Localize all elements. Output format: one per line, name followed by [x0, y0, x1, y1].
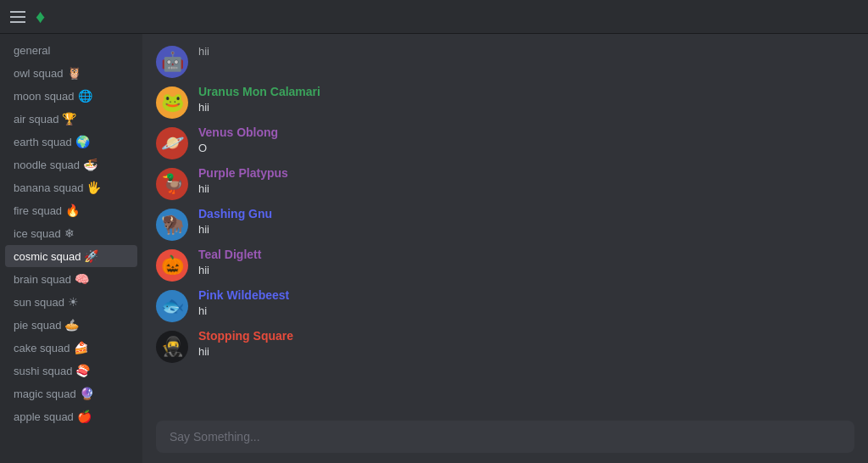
sidebar-item-label: fire squad [14, 204, 62, 217]
sidebar-item-ice-squad[interactable]: ice squad❄ [5, 222, 137, 244]
sidebar-item-air-squad[interactable]: air squad🏆 [5, 108, 137, 130]
sidebar-item-brain-squad[interactable]: brain squad🧠 [5, 268, 137, 290]
sidebar-item-label: air squad [14, 113, 58, 126]
message-author: Teal Diglett [198, 248, 261, 261]
titlebar: ♦ [0, 0, 868, 34]
sidebar-item-earth-squad[interactable]: earth squad🌍 [5, 131, 137, 153]
message-text: O [198, 141, 278, 156]
sidebar-item-emoji: 🌍 [75, 135, 90, 148]
message-row: 🤖hii [142, 41, 868, 81]
message-row: 🦬Dashing Gnuhii [142, 204, 868, 244]
sidebar-item-label: sun squad [14, 296, 64, 309]
sidebar-item-sushi-squad[interactable]: sushi squad🍣 [5, 360, 137, 382]
message-author: Purple Platypus [198, 166, 288, 180]
message-author: Uranus Mon Calamari [198, 85, 320, 98]
message-content: Teal Digletthii [198, 248, 261, 278]
sidebar-item-label: pie squad [14, 319, 61, 332]
message-text: hii [198, 263, 261, 278]
sidebar-item-banana-squad[interactable]: banana squad🖐 [5, 176, 137, 198]
message-row: 🦆Purple Platypushii [142, 163, 868, 204]
avatar: 🦬 [156, 209, 188, 241]
sidebar-item-label: general [14, 44, 50, 57]
message-row: 🥷Stopping Squarehii [142, 326, 868, 366]
avatar: 🎃 [156, 249, 188, 282]
message-author: Pink Wildebeest [198, 288, 289, 302]
sidebar-item-emoji: 🦉 [67, 66, 81, 80]
message-input[interactable] [156, 421, 854, 453]
sidebar-item-cake-squad[interactable]: cake squad🍰 [5, 337, 137, 359]
sidebar-item-pie-squad[interactable]: pie squad🥧 [5, 314, 137, 336]
message-text: hii [198, 222, 272, 237]
avatar: 🥷 [156, 331, 188, 363]
sidebar: generalowl squad🦉moon squad🌐air squad🏆ea… [0, 34, 142, 463]
sidebar-item-magic-squad[interactable]: magic squad🔮 [5, 382, 137, 404]
hamburger-icon[interactable] [10, 11, 25, 23]
sidebar-item-label: earth squad [14, 136, 72, 148]
sidebar-item-label: banana squad [14, 181, 83, 194]
chat-area: 🤖hii🐸Uranus Mon Calamarihii🪐Venus Oblong… [142, 34, 868, 463]
logo-icon: ♦ [36, 6, 45, 28]
message-row: 🪐Venus OblongO [142, 122, 868, 163]
sidebar-item-cosmic-squad[interactable]: cosmic squad🚀 [5, 245, 137, 267]
sidebar-item-label: sushi squad [14, 365, 72, 377]
sidebar-item-emoji: ❄ [64, 226, 75, 240]
message-text: hii [198, 344, 293, 360]
sidebar-item-label: cosmic squad [14, 250, 81, 263]
avatar: 🪐 [156, 127, 188, 159]
sidebar-item-emoji: 🥧 [64, 318, 79, 332]
sidebar-item-general[interactable]: general [5, 40, 137, 61]
avatar: 🤖 [156, 46, 188, 78]
sidebar-item-apple-squad[interactable]: apple squad🍎 [5, 405, 137, 427]
message-author: Stopping Square [198, 329, 293, 343]
sidebar-item-label: cake squad [14, 342, 70, 354]
sidebar-item-moon-squad[interactable]: moon squad🌐 [5, 85, 137, 107]
sidebar-item-emoji: 🍜 [83, 158, 97, 171]
message-content: Venus OblongO [198, 126, 278, 156]
message-row: 🐟Pink Wildebeesthi [142, 285, 868, 326]
message-content: Stopping Squarehii [198, 329, 293, 360]
sidebar-item-owl-squad[interactable]: owl squad🦉 [5, 62, 137, 84]
sidebar-item-emoji: 🖐 [86, 181, 101, 194]
message-text: hii [198, 100, 320, 115]
message-text: hii [198, 181, 288, 197]
message-text: hi [198, 304, 289, 319]
message-row: 🎃Teal Digletthii [142, 244, 868, 285]
message-content: Uranus Mon Calamarihii [198, 85, 320, 115]
sidebar-item-emoji: 🚀 [84, 249, 98, 263]
sidebar-item-sun-squad[interactable]: sun squad☀ [5, 291, 137, 313]
sidebar-item-emoji: 🧠 [75, 272, 89, 286]
message-author: Dashing Gnu [198, 207, 272, 220]
input-area [142, 414, 868, 463]
sidebar-item-label: apple squad [14, 410, 74, 423]
avatar: 🦆 [156, 168, 188, 200]
sidebar-item-label: moon squad [14, 90, 75, 103]
sidebar-item-label: magic squad [14, 388, 76, 400]
sidebar-item-emoji: 🍎 [77, 410, 92, 423]
message-content: Dashing Gnuhii [198, 207, 272, 237]
message-row: 🐸Uranus Mon Calamarihii [142, 81, 868, 122]
sidebar-item-label: brain squad [14, 273, 71, 286]
message-text: hii [198, 44, 209, 59]
sidebar-item-emoji: 🍰 [74, 341, 88, 354]
sidebar-item-emoji: 🌐 [78, 89, 92, 103]
sidebar-item-emoji: 🍣 [75, 364, 90, 377]
sidebar-item-noodle-squad[interactable]: noodle squad🍜 [5, 153, 137, 176]
sidebar-item-emoji: ☀ [68, 295, 79, 309]
sidebar-item-fire-squad[interactable]: fire squad🔥 [5, 199, 137, 221]
message-author: Venus Oblong [198, 126, 278, 139]
sidebar-item-emoji: 🔥 [65, 204, 80, 217]
sidebar-item-label: ice squad [14, 227, 61, 240]
sidebar-item-emoji: 🏆 [62, 112, 76, 126]
message-content: Pink Wildebeesthi [198, 288, 289, 319]
message-content: hii [198, 44, 209, 59]
sidebar-item-emoji: 🔮 [80, 387, 94, 400]
message-content: Purple Platypushii [198, 166, 288, 197]
messages-container[interactable]: 🤖hii🐸Uranus Mon Calamarihii🪐Venus Oblong… [142, 34, 868, 414]
sidebar-item-label: noodle squad [14, 159, 80, 171]
avatar: 🐟 [156, 290, 188, 322]
sidebar-item-label: owl squad [14, 67, 64, 80]
main-layout: generalowl squad🦉moon squad🌐air squad🏆ea… [0, 34, 868, 463]
avatar: 🐸 [156, 86, 188, 119]
